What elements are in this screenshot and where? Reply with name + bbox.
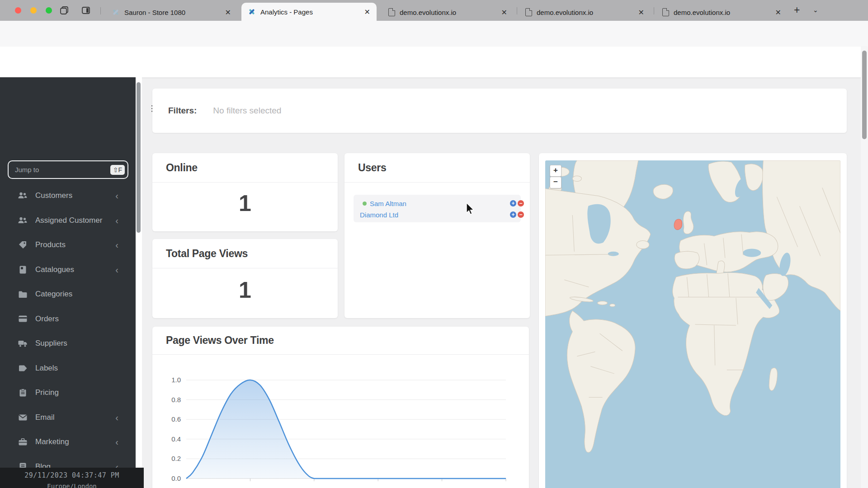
tab-overview-icon[interactable] xyxy=(60,6,69,15)
online-card-title: Online xyxy=(166,162,198,174)
map-highlight-ireland[interactable] xyxy=(674,219,682,230)
tab-title: Analytics - Pages xyxy=(260,8,361,16)
close-tab-icon[interactable]: ✕ xyxy=(225,8,231,17)
users-card: Users Sam Altman + − Diamond Ltd + − xyxy=(344,153,530,318)
tab-demo-2[interactable]: demo.evolutionx.io ✕ xyxy=(519,4,651,21)
tab-title: demo.evolutionx.io xyxy=(537,9,635,16)
sidebar-item-customers[interactable]: Customers ‹ xyxy=(0,183,136,208)
sidebar-item-pricing[interactable]: Pricing xyxy=(0,380,136,405)
page-views-chart: 0.00.20.40.60.81.0 xyxy=(152,370,529,488)
sidebar-item-catalogues[interactable]: Catalogues ‹ xyxy=(0,258,136,282)
zoom-to-user-icon[interactable]: + xyxy=(510,200,516,206)
document-favicon xyxy=(525,8,532,16)
envelope-icon xyxy=(17,414,28,421)
sidebar-toggle-icon[interactable] xyxy=(81,6,90,15)
folder-icon xyxy=(17,291,28,298)
sidebar-clock: 29/11/2023 04:37:47 PM Europe/London xyxy=(0,468,144,488)
new-tab-icon[interactable]: + xyxy=(794,4,800,16)
tag-icon xyxy=(17,241,28,249)
remove-company-icon[interactable]: − xyxy=(518,211,524,218)
browser-toolbar: ← ↻ https://eu.evoadmin.io/analytics/pag… xyxy=(0,21,868,47)
sidebar-item-categories[interactable]: Categories xyxy=(0,282,136,307)
close-window-button[interactable] xyxy=(15,7,21,14)
svg-text:0.0: 0.0 xyxy=(171,474,181,482)
tab-search-chevron-icon[interactable]: ⌄ xyxy=(813,6,818,14)
svg-text:0.6: 0.6 xyxy=(171,415,181,423)
svg-text:0.4: 0.4 xyxy=(171,435,181,443)
online-count: 1 xyxy=(152,190,338,216)
remove-user-icon[interactable]: − xyxy=(518,200,524,206)
chart-title: Page Views Over Time xyxy=(166,334,274,347)
svg-text:0.8: 0.8 xyxy=(171,396,181,404)
close-tab-icon[interactable]: ✕ xyxy=(364,8,370,16)
user-row-line: Sam Altman xyxy=(363,198,406,208)
close-tab-icon[interactable]: ✕ xyxy=(501,8,507,17)
book-icon xyxy=(17,266,28,274)
filters-card: Filters: No filters selected xyxy=(152,89,847,133)
online-card: Online 1 xyxy=(152,153,338,231)
world-map-svg xyxy=(545,160,840,488)
map-card: + − xyxy=(539,153,847,488)
tab-demo-3[interactable]: demo.evolutionx.io ✕ xyxy=(656,4,788,21)
evolutionx-favicon-faded xyxy=(112,8,120,16)
app-header: eci EvolutionX Analytics › Pages › Realt… xyxy=(0,47,868,78)
chevron-left-icon: ‹ xyxy=(115,191,118,200)
tab-title: demo.evolutionx.io xyxy=(674,9,772,16)
user-row: Sam Altman + − Diamond Ltd + − xyxy=(354,195,521,222)
jump-to-search[interactable]: ⇧F xyxy=(8,160,128,179)
clipboard-icon xyxy=(17,389,28,397)
label-icon xyxy=(17,365,28,371)
filters-value[interactable]: No filters selected xyxy=(213,106,281,116)
truck-icon xyxy=(17,340,28,347)
tab-demo-1[interactable]: demo.evolutionx.io ✕ xyxy=(382,4,514,21)
zoom-to-company-icon[interactable]: + xyxy=(510,211,516,218)
company-row-line: Diamond Ltd xyxy=(360,210,398,220)
chevron-left-icon: ‹ xyxy=(115,240,118,249)
jump-to-input[interactable] xyxy=(9,166,110,174)
tab-sauron[interactable]: Sauron - Store 1080 ✕ xyxy=(105,4,237,21)
tab-separator xyxy=(100,7,101,14)
sidebar-item-suppliers[interactable]: Suppliers xyxy=(0,331,136,356)
filters-label: Filters: xyxy=(168,106,197,116)
close-tab-icon[interactable]: ✕ xyxy=(638,8,644,17)
world-map[interactable]: + − xyxy=(545,160,840,488)
evolutionx-favicon xyxy=(248,8,256,16)
sidebar-item-assigned-customer[interactable]: Assigned Customer ‹ xyxy=(0,208,136,233)
close-tab-icon[interactable]: ✕ xyxy=(775,8,781,17)
sidebar-nav: Customers ‹ Assigned Customer ‹ Products… xyxy=(0,183,136,488)
total-page-views-count: 1 xyxy=(152,277,338,303)
online-status-dot xyxy=(363,202,367,206)
tab-separator xyxy=(517,7,517,14)
minimize-window-button[interactable] xyxy=(30,7,37,14)
users-icon xyxy=(17,192,28,199)
chevron-left-icon: ‹ xyxy=(115,437,118,446)
svg-text:0.2: 0.2 xyxy=(171,455,181,462)
company-name-link[interactable]: Diamond Ltd xyxy=(360,211,398,219)
page-scrollbar-thumb[interactable] xyxy=(862,51,867,139)
sidebar-item-orders[interactable]: Orders xyxy=(0,307,136,332)
credit-card-icon xyxy=(17,315,28,322)
map-zoom-out-button[interactable]: − xyxy=(550,177,561,188)
total-page-views-card: Total Page Views 1 xyxy=(152,239,338,318)
clock-timezone: Europe/London xyxy=(0,483,144,488)
map-zoom-in-button[interactable]: + xyxy=(550,165,561,177)
sidebar-item-email[interactable]: Email ‹ xyxy=(0,405,136,430)
user-name-link[interactable]: Sam Altman xyxy=(370,200,406,207)
tab-separator xyxy=(654,7,654,14)
tab-analytics-active[interactable]: Analytics - Pages ✕ xyxy=(241,3,377,21)
total-page-views-title: Total Page Views xyxy=(166,248,248,260)
sidebar-item-products[interactable]: Products ‹ xyxy=(0,233,136,258)
briefcase-icon xyxy=(17,438,28,446)
sidebar-item-marketing[interactable]: Marketing ‹ xyxy=(0,430,136,455)
chevron-left-icon: ‹ xyxy=(115,413,118,422)
page-views-chart-card: Page Views Over Time 0.00.20.40.60.81.0 xyxy=(152,327,529,488)
tab-title: demo.evolutionx.io xyxy=(400,9,498,16)
zoom-window-button[interactable] xyxy=(46,7,52,14)
tab-title: Sauron - Store 1080 xyxy=(124,9,222,16)
users-card-title: Users xyxy=(358,162,386,174)
chevron-left-icon: ‹ xyxy=(115,265,118,274)
shortcut-badge: ⇧F xyxy=(110,165,125,175)
sidebar-scrollbar-thumb[interactable] xyxy=(137,82,141,233)
sidebar-item-labels[interactable]: Labels xyxy=(0,356,136,381)
browser-tab-bar: Sauron - Store 1080 ✕ Analytics - Pages … xyxy=(0,0,868,21)
